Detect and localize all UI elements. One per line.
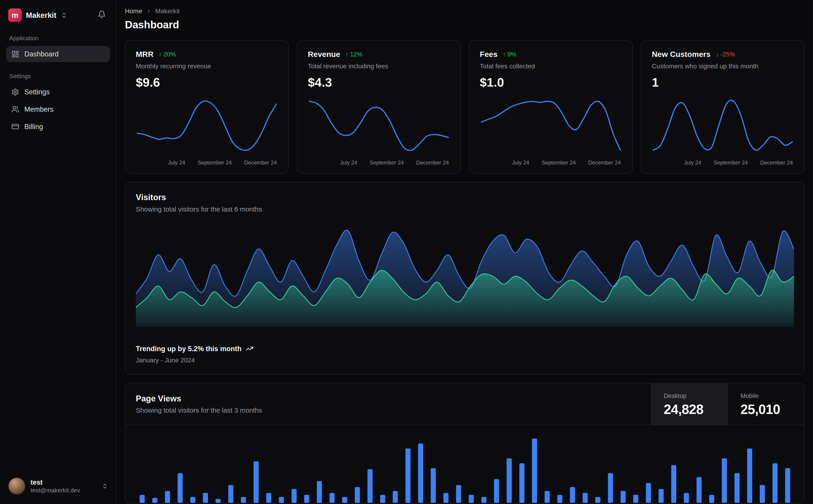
tick-label: December 24 [416, 159, 449, 166]
chevrons-up-down-icon [102, 483, 108, 489]
desktop-toggle[interactable]: Desktop 24,828 [651, 383, 728, 424]
x-axis-ticks: July 24 September 24 December 24 [136, 156, 278, 166]
page-views-card: Page Views Showing total visitors for th… [125, 383, 805, 503]
fees-sparkline-chart [480, 98, 622, 156]
trend-badge: ↑ 12% [345, 51, 363, 58]
tick-label: September 24 [197, 159, 232, 166]
page-title: Dashboard [125, 19, 805, 31]
tick-label: July 24 [168, 159, 185, 166]
desktop-label: Desktop [664, 392, 722, 400]
arrow-up-icon: ↑ [159, 51, 162, 58]
stat-subtitle: Customers who signed up this month [652, 62, 794, 70]
visitors-title: Visitors [136, 193, 794, 202]
sidebar-item-label: Billing [24, 123, 43, 131]
page-views-title: Page Views [136, 394, 641, 403]
new-customers-sparkline-chart [652, 98, 794, 156]
trend-value: -25% [720, 51, 735, 58]
trend-badge: ↓ -25% [716, 51, 735, 58]
notifications-button[interactable] [95, 8, 108, 22]
stat-card-new-customers: New Customers ↓ -25% Customers who signe… [641, 40, 805, 174]
section-label-application: Application [9, 35, 107, 42]
workspace-name: Makerkit [26, 11, 56, 20]
breadcrumb: Home Makerkit [125, 7, 805, 15]
arrow-up-icon: ↑ [345, 51, 349, 58]
tick-label: December 24 [760, 159, 793, 166]
sidebar-item-settings[interactable]: Settings [6, 84, 110, 100]
stat-title: Revenue [308, 50, 340, 59]
trend-value: 12% [350, 51, 363, 58]
sidebar-item-dashboard[interactable]: Dashboard [6, 46, 110, 62]
stat-subtitle: Monthly recurring revenue [136, 62, 278, 70]
sidebar: m Makerkit Application Dashboard Setting… [0, 0, 117, 504]
stat-card-revenue: Revenue ↑ 12% Total revenue including fe… [297, 40, 461, 174]
trend-text: Trending up by 5.2% this month [136, 345, 242, 353]
page-views-subtitle: Showing total visitors for the last 3 mo… [136, 406, 641, 414]
mobile-toggle[interactable]: Mobile 25,010 [728, 383, 804, 424]
trend-value: 9% [507, 51, 516, 58]
tick-label: July 24 [684, 159, 701, 166]
tick-label: July 24 [340, 159, 357, 166]
sidebar-item-members[interactable]: Members [6, 101, 110, 117]
page-views-bar-chart [136, 435, 794, 503]
desktop-value: 24,828 [664, 402, 722, 417]
visitors-subtitle: Showing total visitors for the last 6 mo… [136, 205, 794, 213]
gear-icon [11, 88, 19, 96]
billing-icon [11, 123, 19, 130]
stat-title: New Customers [652, 50, 711, 59]
tick-label: December 24 [244, 159, 277, 166]
chevron-right-icon [146, 8, 151, 14]
breadcrumb-home-link[interactable]: Home [125, 7, 142, 15]
breadcrumb-current: Makerkit [155, 7, 180, 15]
stat-title: MRR [136, 50, 153, 59]
tick-label: September 24 [370, 159, 404, 166]
stat-card-fees: Fees ↑ 9% Total fees collected $1.0 July… [469, 40, 633, 174]
tick-label: September 24 [541, 159, 576, 166]
tick-label: December 24 [588, 159, 621, 166]
tick-label: September 24 [714, 159, 748, 166]
user-email: test@makerkit.dev [31, 487, 96, 494]
trend-value: 20% [163, 51, 175, 58]
dashboard-icon [11, 50, 19, 58]
x-axis-ticks: July 24 September 24 December 24 [652, 156, 794, 166]
sidebar-item-label: Settings [24, 88, 50, 96]
sidebar-item-billing[interactable]: Billing [6, 118, 110, 135]
main-content: Home Makerkit Dashboard MRR ↑ 20% Monthl… [117, 0, 813, 504]
stat-title: Fees [480, 50, 498, 59]
visitors-area-chart [136, 225, 794, 327]
stat-value: $9.6 [136, 75, 278, 90]
makerkit-logo: m [8, 8, 22, 22]
avatar [8, 477, 25, 495]
visitors-card: Visitors Showing total visitors for the … [125, 182, 805, 375]
bell-icon [98, 10, 106, 19]
trend-badge: ↑ 9% [503, 51, 516, 58]
trend-badge: ↑ 20% [159, 51, 176, 58]
section-label-settings: Settings [9, 73, 107, 80]
stat-value: $4.3 [308, 75, 450, 90]
stat-value: $1.0 [480, 75, 622, 90]
revenue-sparkline-chart [308, 98, 450, 156]
workspace-switcher[interactable]: m Makerkit [8, 8, 91, 22]
members-icon [11, 105, 19, 113]
date-range-text: January - June 2024 [136, 356, 794, 364]
stat-card-grid: MRR ↑ 20% Monthly recurring revenue $9.6… [125, 40, 805, 174]
chevrons-up-down-icon [61, 12, 67, 19]
stat-value: 1 [652, 75, 794, 90]
user-menu[interactable]: test test@makerkit.dev [6, 475, 110, 498]
trending-up-icon [246, 345, 254, 353]
sidebar-item-label: Dashboard [24, 50, 59, 58]
stat-subtitle: Total fees collected [480, 62, 622, 70]
sidebar-item-label: Members [24, 105, 54, 113]
x-axis-ticks: July 24 September 24 December 24 [308, 156, 450, 166]
mobile-label: Mobile [741, 392, 799, 400]
arrow-up-icon: ↑ [503, 51, 506, 58]
mobile-value: 25,010 [741, 402, 799, 417]
tick-label: July 24 [512, 159, 529, 166]
stat-card-mrr: MRR ↑ 20% Monthly recurring revenue $9.6… [125, 40, 289, 174]
stat-subtitle: Total revenue including fees [308, 62, 450, 70]
mrr-sparkline-chart [136, 98, 278, 156]
arrow-down-icon: ↓ [716, 51, 719, 58]
x-axis-ticks: July 24 September 24 December 24 [480, 156, 622, 166]
user-name: test [31, 478, 96, 487]
